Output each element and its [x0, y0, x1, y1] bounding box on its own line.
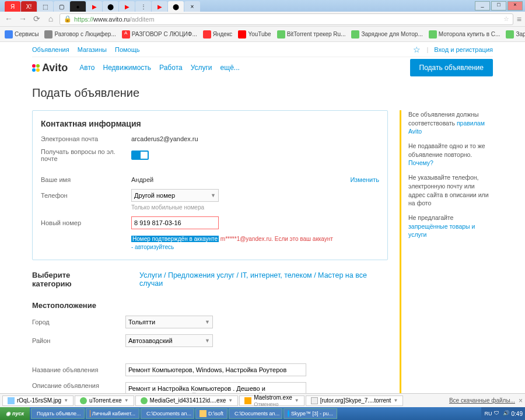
bolt-icon [506, 30, 514, 38]
back-button[interactable]: ← [4, 14, 14, 24]
volume-icon[interactable]: 🔊 [503, 410, 510, 417]
change-name-link[interactable]: Изменить [350, 176, 379, 183]
chevron-down-icon[interactable]: ▼ [124, 398, 129, 403]
download-item[interactable]: uTorrent.exe▼ [75, 396, 134, 406]
confirm-account: m*****1@yandex.ru. Если это ваш аккаунт [219, 236, 333, 242]
bookmark-item[interactable]: Моторола купить в С... [429, 30, 501, 38]
rule-text: Не подавайте одно и то же объявление пов… [408, 142, 485, 158]
chrome-icon [90, 410, 90, 417]
browser-tab[interactable]: ● [70, 1, 86, 12]
new-number-input[interactable] [131, 216, 219, 229]
nav-auto[interactable]: Авто [79, 64, 94, 72]
taskbar-item[interactable]: C:\Documents an... [229, 408, 282, 419]
browser-tab[interactable]: Я [5, 1, 20, 12]
yandex-icon [203, 30, 211, 38]
phone-select[interactable]: Другой номер ▼ [131, 189, 219, 202]
utorrent-icon [80, 397, 87, 404]
doc-icon: A [122, 30, 130, 38]
url-path: /additem [130, 16, 154, 23]
nav-more[interactable]: ещё... [220, 64, 240, 72]
window-maximize[interactable]: □ [491, 1, 506, 10]
district-select[interactable]: Автозаводский ▼ [125, 334, 213, 347]
contact-info-box: Контактная информация Электронная почта … [32, 110, 388, 260]
tray-lang[interactable]: RU [485, 411, 492, 416]
reload-button[interactable]: ⟳ [32, 14, 42, 24]
taskbar-item[interactable]: C:\Documents an... [141, 408, 194, 419]
bookmark-item[interactable]: Зарядки с различны... [506, 30, 525, 38]
logo[interactable]: Avito [32, 62, 68, 74]
new-tab[interactable]: × [184, 1, 200, 12]
email-value: arcaderus2@yandex.ru [131, 135, 198, 142]
bookmark-item[interactable]: Яндекс [203, 30, 233, 38]
browser-tab[interactable]: ⬚ [37, 1, 53, 12]
ad-title-input[interactable] [125, 363, 306, 376]
taskbar-item[interactable]: Skype™ [3] - pu... [284, 408, 337, 419]
forbidden-link[interactable]: запрещённые товары и услуги [408, 223, 475, 239]
bookmark-item[interactable]: Сервисы [5, 30, 38, 38]
browser-tab[interactable]: ⋮ [135, 1, 151, 12]
windows-taskbar: ◉пуск Подать объявле... Личный кабинет..… [0, 407, 525, 420]
nav-help[interactable]: Помощь [115, 46, 140, 53]
chevron-down-icon[interactable]: ▼ [295, 398, 299, 403]
download-item[interactable]: MediaGet_id4314112id....exe▼ [135, 396, 239, 406]
ad-desc-textarea[interactable] [125, 382, 306, 393]
taskbar-item[interactable]: D:\soft [195, 408, 228, 419]
download-item[interactable]: rOqL-15rsSM.jpg▼ [2, 396, 74, 406]
browser-tab[interactable]: ▢ [54, 1, 69, 12]
receive-questions-toggle[interactable] [131, 150, 149, 160]
window-minimize[interactable]: _ [475, 1, 490, 10]
favorites-icon[interactable]: ☆ [413, 45, 421, 54]
city-select[interactable]: Тольятти ▼ [125, 316, 213, 328]
clock[interactable]: 0:49 [512, 411, 523, 417]
taskbar-item[interactable]: Личный кабинет... [86, 408, 139, 419]
nav-ads[interactable]: Объявления [32, 46, 69, 53]
browser-tab[interactable]: ▶ [119, 1, 135, 12]
url-host: www.avito.ru [93, 16, 130, 23]
utility-bar: Объявления Магазины Помощь ☆ | Вход и ре… [32, 42, 493, 57]
name-value: Андрей [131, 176, 153, 183]
browser-tab[interactable]: ⬤ [103, 1, 118, 12]
nav-realty[interactable]: Недвижимость [103, 64, 152, 72]
bookmark-item[interactable]: BitTorrent трекер Ru... [277, 30, 346, 38]
address-bar[interactable]: 🔒 https:// www.avito.ru /additem ☆ [60, 13, 513, 25]
tray-icon[interactable]: 🛡 [494, 410, 501, 417]
nav-services[interactable]: Услуги [191, 64, 212, 72]
chevron-down-icon[interactable]: ▼ [228, 398, 233, 403]
rule-text: Не указывайте телефон, электронную почту… [408, 173, 493, 208]
login-link[interactable]: Вход и регистрация [434, 46, 493, 53]
download-item[interactable]: [rutor.org]Skype_7....torrent▼ [306, 396, 404, 406]
district-label: Район [32, 337, 125, 344]
home-button[interactable]: ⌂ [46, 14, 56, 24]
bookmark-item[interactable]: AРАЗГОВОР С ЛЮЦИФ... [122, 30, 197, 38]
chevron-down-icon[interactable]: ▼ [64, 398, 68, 403]
window-close[interactable]: × [508, 1, 523, 10]
authorize-link[interactable]: - авторизуйтесь [131, 244, 174, 250]
chrome-menu-icon[interactable]: ≡ [517, 15, 522, 24]
chevron-down-icon: ▼ [205, 319, 210, 325]
forward-button[interactable]: → [18, 14, 28, 24]
category-breadcrumb[interactable]: Услуги / Предложения услуг / IT, интерне… [139, 271, 388, 288]
start-button[interactable]: ◉пуск [0, 407, 30, 420]
nav-shops[interactable]: Магазины [78, 46, 107, 53]
system-tray: RU 🛡 🔊 0:49 [481, 407, 525, 420]
close-downloads-bar[interactable]: × [519, 397, 523, 405]
bookmark-item[interactable]: YouTube [238, 30, 271, 38]
browser-tab[interactable]: ▶ [152, 1, 167, 12]
show-all-downloads[interactable]: Все скачанные файлы... [449, 397, 515, 404]
browser-tab[interactable]: ▶ [86, 1, 102, 12]
bookmark-item[interactable]: Разговор с Люцифер... [44, 30, 116, 38]
download-item[interactable]: Maelstrom.exeОтменено▼ [239, 396, 304, 406]
nav-jobs[interactable]: Работа [159, 64, 183, 72]
chevron-down-icon: ▼ [211, 192, 216, 198]
image-icon [8, 397, 15, 404]
taskbar-item[interactable]: Подать объявле... [31, 408, 85, 419]
browser-tab-active[interactable]: ⬤ [168, 1, 184, 12]
sidebar-rules: Все объявления должны соответствовать пр… [400, 110, 493, 393]
bookmark-item[interactable]: Зарядное для Мотор... [351, 30, 422, 38]
post-ad-button[interactable]: Подать объявление [410, 59, 493, 76]
phone-label: Телефон [41, 192, 131, 199]
chevron-down-icon[interactable]: ▼ [393, 398, 398, 403]
bookmark-star-icon[interactable]: ☆ [503, 15, 509, 23]
why-link[interactable]: Почему? [408, 159, 433, 166]
browser-tab[interactable]: X! [21, 1, 37, 12]
